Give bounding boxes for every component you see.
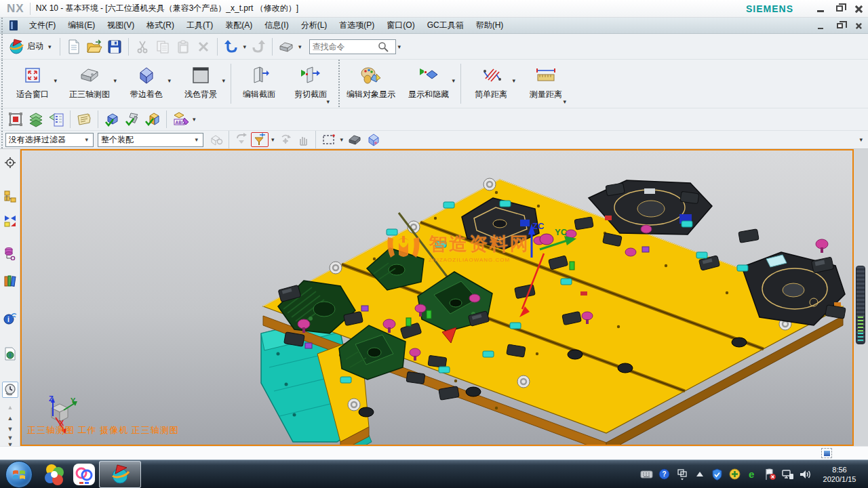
- child-restore-button[interactable]: [830, 19, 849, 33]
- taskbar-clock[interactable]: 8:56 2020/1/15: [816, 465, 864, 484]
- cut-button[interactable]: [133, 37, 152, 56]
- hand-select-button[interactable]: [295, 132, 311, 147]
- minimize-button[interactable]: [811, 2, 830, 16]
- chevron-down-icon[interactable]: ▾: [113, 77, 117, 84]
- redo-button[interactable]: [249, 37, 268, 56]
- search-dropdown-icon[interactable]: ▾: [398, 43, 401, 50]
- chevron-down-icon[interactable]: ▾: [222, 77, 225, 84]
- constraint-navigator-icon[interactable]: [2, 213, 18, 229]
- menu-window[interactable]: 窗口(O): [380, 17, 420, 34]
- web-browser-icon[interactable]: [2, 346, 18, 362]
- layer-settings-button[interactable]: [26, 110, 45, 129]
- browser-e-icon[interactable]: e: [746, 468, 759, 481]
- new-file-button[interactable]: [64, 37, 83, 56]
- menu-preferences[interactable]: 首选项(P): [333, 17, 380, 34]
- menu-help[interactable]: 帮助(H): [470, 17, 510, 34]
- menu-edit[interactable]: 编辑(E): [62, 17, 101, 34]
- menu-gc-toolbox[interactable]: GC工具箱: [421, 17, 470, 34]
- chevron-down-icon[interactable]: ▾: [452, 77, 455, 84]
- cad-model-canvas[interactable]: [22, 150, 852, 445]
- assembly-navigator-icon[interactable]: [2, 188, 18, 205]
- fit-window-button[interactable]: ▾ 适合窗口: [5, 60, 60, 108]
- measure-distance-button[interactable]: ▾ 测量距离: [518, 60, 574, 108]
- volume-tray-icon[interactable]: [799, 468, 812, 481]
- help-tray-icon[interactable]: ?: [658, 468, 671, 481]
- hd3d-info-icon[interactable]: i: [2, 310, 18, 326]
- shaded-highlight-button[interactable]: [346, 132, 363, 147]
- snapshot-button[interactable]: [6, 110, 25, 129]
- menu-assembly[interactable]: 装配(A): [219, 17, 258, 34]
- menu-information[interactable]: 信息(I): [258, 17, 294, 34]
- check-tool-button[interactable]: [123, 110, 142, 129]
- paste-button[interactable]: [174, 37, 193, 56]
- security-shield-icon[interactable]: [711, 468, 724, 481]
- taskbar-app-netdisk[interactable]: [69, 461, 99, 488]
- select-assembly-button[interactable]: [208, 132, 224, 147]
- chevron-down-icon[interactable]: ▾: [167, 77, 171, 84]
- windows-taskbar[interactable]: ? e 8:56 2020/1/15: [0, 460, 868, 488]
- toolbar-drag-handle[interactable]: [0, 60, 3, 108]
- child-minimize-button[interactable]: [811, 19, 830, 33]
- network-tray-icon[interactable]: [781, 468, 794, 481]
- history-icon[interactable]: [2, 382, 18, 398]
- chevron-down-icon[interactable]: ▾: [193, 116, 196, 123]
- layer-visible-button[interactable]: [47, 110, 66, 129]
- roles-gear-icon[interactable]: [2, 155, 18, 171]
- chevron-down-icon[interactable]: ▾: [340, 136, 344, 143]
- part-navigator-icon[interactable]: [2, 245, 18, 262]
- chevron-down-icon[interactable]: ▾: [326, 98, 330, 105]
- trimetric-view-button[interactable]: ▾ 正三轴测图: [60, 60, 119, 108]
- delete-button[interactable]: [194, 37, 213, 56]
- ime-keyboard-icon[interactable]: [640, 468, 653, 481]
- chevron-down-icon[interactable]: ▾: [271, 136, 275, 143]
- display-mode-button[interactable]: [277, 37, 296, 56]
- chevron-down-icon[interactable]: ▾: [563, 98, 566, 105]
- start-menu-button[interactable]: 启动 ▾: [5, 37, 56, 56]
- approve-block-button[interactable]: [102, 110, 121, 129]
- scroll-up-icon[interactable]: ▲: [5, 415, 16, 422]
- display-mode-dropdown-icon[interactable]: ▾: [298, 43, 302, 50]
- show-hidden-icons-button[interactable]: [693, 468, 706, 481]
- selection-scope-dropdown[interactable]: 整个装配 ▾: [98, 133, 203, 147]
- action-center-flag-icon[interactable]: [764, 468, 776, 481]
- rotate-select-button[interactable]: [277, 132, 294, 147]
- menu-view[interactable]: 视图(V): [101, 17, 140, 34]
- check-assembly-button[interactable]: [143, 110, 162, 129]
- annotation-note-button[interactable]: [75, 110, 94, 129]
- reuse-library-icon[interactable]: [2, 272, 18, 289]
- chevron-down-icon[interactable]: ▾: [54, 77, 57, 84]
- rectangle-select-button[interactable]: [320, 132, 338, 147]
- menu-analysis[interactable]: 分析(L): [295, 17, 334, 34]
- undo-dropdown-icon[interactable]: ▾: [243, 43, 247, 50]
- taskbar-app-nx[interactable]: [99, 461, 141, 488]
- menu-tools[interactable]: 工具(T): [180, 17, 219, 34]
- chevron-down-icon[interactable]: ▾: [512, 77, 515, 84]
- save-button[interactable]: [105, 37, 124, 56]
- window-stack-tray-icon[interactable]: [675, 468, 688, 481]
- window-restore-mini-icon[interactable]: [821, 448, 832, 458]
- taskbar-app-pinwheel[interactable]: [39, 461, 69, 488]
- selection-filter-dropdown[interactable]: 没有选择过滤器 ▾: [5, 133, 94, 147]
- toolbar-drag-handle[interactable]: [0, 131, 3, 148]
- toolbar-drag-handle[interactable]: [0, 18, 3, 33]
- add-filter-button[interactable]: [251, 132, 269, 147]
- toolbar-drag-handle[interactable]: [0, 34, 3, 59]
- restore-button[interactable]: [830, 2, 849, 16]
- search-icon[interactable]: [378, 41, 389, 52]
- show-and-hide-button[interactable]: ▾ 显示和隐藏: [399, 60, 458, 108]
- toolbar-drag-handle[interactable]: [0, 108, 3, 130]
- scrollbar-thumb[interactable]: [856, 266, 865, 344]
- scroll-down-icon[interactable]: ▼: [5, 426, 16, 432]
- copy-button[interactable]: [153, 37, 172, 56]
- previous-filter-button[interactable]: [233, 132, 250, 147]
- annotation-abc-button[interactable]: ABC: [171, 110, 190, 129]
- clip-section-button[interactable]: ▾ 剪切截面: [284, 60, 337, 108]
- start-button[interactable]: [5, 461, 33, 488]
- toolbar-options-icon[interactable]: ▾: [859, 136, 863, 143]
- open-file-button[interactable]: [85, 37, 104, 56]
- close-button[interactable]: [849, 2, 868, 16]
- child-close-button[interactable]: [849, 19, 868, 33]
- graphics-window[interactable]: ZC YC Z Y X 正三轴测图 工作 摄像机 正三轴测图 智造资料网 ZHI…: [20, 149, 854, 446]
- transparent-cube-button[interactable]: [365, 132, 382, 147]
- edit-section-button[interactable]: 编辑截面: [234, 60, 284, 108]
